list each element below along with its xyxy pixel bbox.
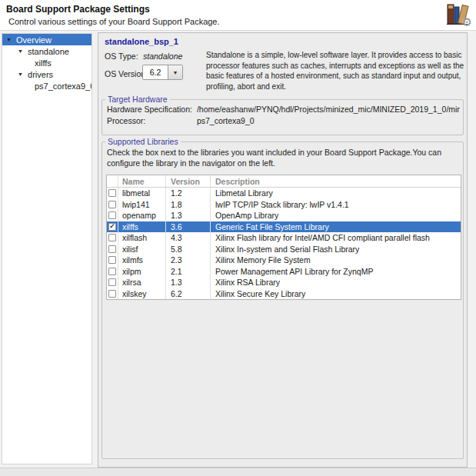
os-type-value: standalone xyxy=(143,52,182,61)
library-checkbox-cell[interactable]: ✓ xyxy=(107,221,118,233)
library-name: xilrsa xyxy=(118,277,166,288)
tree-expand-arrow-icon[interactable]: ▼ xyxy=(18,68,25,80)
bsp-navigator-tree: ▼ Overview ▼ standalone xilffs ▼ drivers… xyxy=(2,33,92,464)
library-checkbox-cell[interactable]: ✓ xyxy=(107,277,118,288)
check-column-header xyxy=(107,175,118,187)
library-description: Xilinx Secure Key Library xyxy=(211,288,461,300)
library-table-row[interactable]: ✓ xilskey 6.2 Xilinx Secure Key Library xyxy=(107,288,461,300)
tree-expand-arrow-icon[interactable]: ▼ xyxy=(6,34,14,45)
library-checkbox-cell[interactable]: ✓ xyxy=(107,210,118,221)
library-description: Libmetal Library xyxy=(211,188,461,199)
tree-expand-arrow-icon[interactable]: ▼ xyxy=(18,45,25,57)
library-table: Name Version Description ✓ libmetal 1.2 … xyxy=(106,175,461,300)
dialog-subtitle: Control various settings of your Board S… xyxy=(8,17,220,26)
library-table-row[interactable]: ✓ xilffs 3.6 Generic Fat File System Lib… xyxy=(107,221,461,233)
target-hardware-group-title: Target Hardware xyxy=(105,95,170,104)
library-checkbox-cell[interactable]: ✓ xyxy=(107,266,118,278)
library-description: Xilinx Memory File System xyxy=(211,255,461,266)
processor-value: ps7_cortexa9_0 xyxy=(197,116,460,125)
version-column-header: Version xyxy=(166,175,211,187)
processor-label: Processor: xyxy=(107,116,192,125)
os-version-selected-value: 6.2 xyxy=(143,65,168,79)
library-table-row[interactable]: ✓ openamp 1.3 OpenAmp Library xyxy=(107,210,461,221)
library-version: 4.3 xyxy=(166,232,211,244)
library-checkbox-cell[interactable]: ✓ xyxy=(107,199,118,211)
library-version: 1.2 xyxy=(166,188,211,199)
library-description: Generic Fat File System Library xyxy=(211,221,461,233)
dialog-title: Board Support Package Settings xyxy=(6,4,150,15)
library-checkbox[interactable]: ✓ xyxy=(108,256,116,264)
library-version: 5.8 xyxy=(166,244,211,255)
library-table-row[interactable]: ✓ xilpm 2.1 Power Management API Library… xyxy=(107,266,461,278)
library-checkbox[interactable]: ✓ xyxy=(108,211,116,219)
library-checkbox[interactable]: ✓ xyxy=(108,201,116,208)
library-description: Xilinx RSA Library xyxy=(211,277,461,288)
tree-item-label: standalone xyxy=(28,47,69,56)
library-table-row[interactable]: ✓ libmetal 1.2 Libmetal Library xyxy=(107,188,461,199)
hardware-spec-value: /home/eashanw/PYNQ/hdl/Projects/minized_… xyxy=(197,105,460,114)
chevron-down-icon[interactable]: ▼ xyxy=(168,65,182,79)
library-name: xilmfs xyxy=(118,255,166,266)
library-description: lwIP TCP/IP Stack library: lwIP v1.4.1 xyxy=(211,199,461,211)
name-column-header: Name xyxy=(118,175,166,187)
library-table-row[interactable]: ✓ xilrsa 1.3 Xilinx RSA Library xyxy=(107,277,461,288)
library-checkbox-cell[interactable]: ✓ xyxy=(107,188,118,199)
target-hardware-group: Target Hardware Hardware Specification: … xyxy=(102,99,464,135)
library-version: 1.8 xyxy=(166,199,211,211)
tree-item-label: xilffs xyxy=(35,58,52,68)
tree-item[interactable]: ps7_cortexa9_0 xyxy=(2,80,92,92)
library-checkbox[interactable]: ✓ xyxy=(108,278,116,286)
library-name: xilskey xyxy=(118,288,166,300)
library-checkbox[interactable]: ✓ xyxy=(108,234,116,241)
library-table-row[interactable]: ✓ xilmfs 2.3 Xilinx Memory File System xyxy=(107,255,461,266)
library-table-row[interactable]: ✓ xilisf 5.8 Xilinx In-system and Serial… xyxy=(107,244,461,255)
bottom-strip xyxy=(0,468,476,476)
library-version: 1.3 xyxy=(166,210,211,221)
library-description: Power Management API Library for ZynqMP xyxy=(211,266,461,278)
gear-icon: ⚙ xyxy=(462,16,472,28)
library-checkbox-cell[interactable]: ✓ xyxy=(107,232,118,244)
library-version: 1.3 xyxy=(166,277,211,288)
library-description: Xilinx In-system and Serial Flash Librar… xyxy=(211,244,461,255)
description-column-header: Description xyxy=(211,175,461,187)
library-checkbox[interactable]: ✓ xyxy=(108,290,116,298)
library-checkbox[interactable]: ✓ xyxy=(108,189,116,197)
tree-item[interactable]: ▼ Overview xyxy=(2,34,92,45)
library-checkbox[interactable]: ✓ xyxy=(108,268,116,275)
supported-libraries-group-title: Supported Libraries xyxy=(105,137,181,146)
bsp-books-gear-icon: ⚙ xyxy=(446,2,471,28)
library-description: OpenAmp Library xyxy=(211,210,461,221)
hardware-spec-label: Hardware Specification: xyxy=(107,105,192,114)
library-name: xilflash xyxy=(118,232,166,244)
library-checkbox[interactable]: ✓ xyxy=(108,223,116,231)
tree-item[interactable]: ▼ drivers xyxy=(2,68,92,80)
library-name: xilffs xyxy=(118,221,166,233)
dialog-header: Board Support Package Settings Control v… xyxy=(0,0,476,31)
library-table-row[interactable]: ✓ lwip141 1.8 lwIP TCP/IP Stack library:… xyxy=(107,199,461,211)
library-table-body: ✓ libmetal 1.2 Libmetal Library ✓ lwip14… xyxy=(107,188,461,299)
library-checkbox-cell[interactable]: ✓ xyxy=(107,288,118,300)
library-table-header: Name Version Description xyxy=(107,175,461,188)
library-version: 2.3 xyxy=(166,255,211,266)
tree-item[interactable]: ▼ standalone xyxy=(2,45,92,57)
os-version-dropdown[interactable]: 6.2 ▼ xyxy=(142,65,183,80)
os-type-label: OS Type: xyxy=(105,52,138,61)
tree-item-label: ps7_cortexa9_0 xyxy=(35,82,92,91)
os-description-text: Standalone is a simple, low-level softwa… xyxy=(206,50,464,92)
library-checkbox[interactable]: ✓ xyxy=(108,245,116,253)
library-table-row[interactable]: ✓ xilflash 4.3 Xilinx Flash library for … xyxy=(107,232,461,244)
library-version: 6.2 xyxy=(166,288,211,300)
library-name: libmetal xyxy=(118,188,166,199)
library-name: xilpm xyxy=(118,266,166,278)
library-version: 3.6 xyxy=(166,221,211,233)
library-name: xilisf xyxy=(118,244,166,255)
library-description: Xilinx Flash library for Intel/AMD CFI c… xyxy=(211,232,461,244)
overview-panel: standalone_bsp_1 OS Type: standalone OS … xyxy=(98,32,468,468)
tree-item-label: Overview xyxy=(16,35,52,45)
os-version-label: OS Version: xyxy=(105,69,148,78)
tree-item[interactable]: xilffs xyxy=(2,57,92,68)
library-version: 2.1 xyxy=(166,266,211,278)
library-name: lwip141 xyxy=(118,199,166,211)
library-checkbox-cell[interactable]: ✓ xyxy=(107,255,118,266)
library-checkbox-cell[interactable]: ✓ xyxy=(107,244,118,255)
